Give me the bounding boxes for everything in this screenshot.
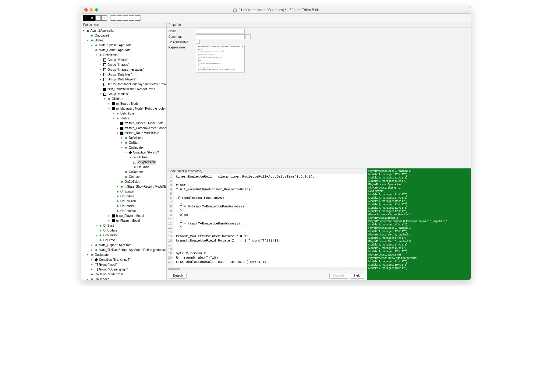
tree-item[interactable]: OnUpdate — [82, 228, 166, 233]
collapse-icon[interactable]: ▾ — [108, 107, 111, 110]
expand-icon[interactable]: ▸ — [108, 102, 111, 105]
expand-icon[interactable]: ▸ — [90, 268, 94, 271]
help-button[interactable]: Help — [350, 273, 364, 279]
detach-button[interactable]: Detach — [169, 273, 187, 279]
tree-item[interactable]: OnLeave — [82, 175, 166, 179]
expand-icon[interactable]: ▸ — [90, 263, 94, 266]
tree-item[interactable]: ▾OnTrue — [82, 155, 166, 160]
tree-item[interactable]: OnBeginRenderPass — [82, 272, 166, 277]
expand-icon[interactable]: ▸ — [108, 219, 111, 222]
code-editor[interactable]: 123456789101112131415161718192021 timer_… — [167, 174, 367, 267]
tree-item[interactable]: ▸OnRender — [82, 277, 166, 280]
tree-item[interactable]: OnLeave — [82, 238, 166, 243]
expand-icon[interactable]: ▸ — [86, 278, 89, 280]
expand-icon[interactable]: ▸ — [99, 73, 102, 76]
tree-scroll[interactable]: ▾▦App : ZApplicationOnLoaded▾States▸stat… — [81, 28, 166, 280]
tree-item[interactable]: ZExpression — [82, 160, 166, 165]
collapse-icon[interactable]: ▾ — [120, 146, 123, 149]
tree-item[interactable]: ▾Group "models" — [82, 92, 166, 97]
expand-icon[interactable]: ▸ — [108, 214, 111, 217]
tree-item[interactable]: OnUpdate — [82, 194, 166, 199]
expand-icon[interactable]: ▸ — [90, 44, 94, 47]
tree-item[interactable]: ▸state_Splash : AppState — [82, 43, 166, 48]
expand-icon[interactable]: ▸ — [90, 244, 94, 247]
expand-icon[interactable]: ▸ — [120, 141, 123, 144]
prop-comment-input[interactable] — [196, 34, 245, 39]
tree-item[interactable]: ▸Definitions — [82, 136, 166, 140]
collapse-icon[interactable]: ▾ — [99, 93, 102, 96]
expand-icon[interactable]: ▸ — [95, 234, 98, 237]
tree-item[interactable]: ▸OnStart — [82, 140, 166, 145]
expand-icon[interactable]: ▸ — [112, 112, 115, 115]
toolbar-item-2[interactable] — [117, 15, 122, 21]
collapse-icon[interactable]: ▾ — [129, 156, 132, 159]
toolbar-up-icon[interactable]: ↑ — [95, 15, 101, 21]
tree-item[interactable]: OnLoaded — [82, 33, 166, 38]
tree-item[interactable]: ▸Group "Values" — [82, 58, 166, 62]
code-text[interactable]: timer_RouletteRoll = clamp(timer_Roulett… — [174, 174, 316, 267]
tree-item[interactable]: ▾Condition "Rolling?" — [82, 150, 166, 155]
tree-item[interactable]: rTxt_RouletteResult : RenderText 3 — [82, 87, 166, 92]
tree-item[interactable]: ▸mState_ShowResult : ModelState — [82, 184, 166, 189]
tree-item[interactable]: ▸state_TileDataSetup : AppState "Define … — [82, 248, 166, 253]
tree-item[interactable]: ▾state_Game : AppState — [82, 48, 166, 53]
tree-item[interactable]: setCol_MessageUnderlay : RenderSetColor — [82, 82, 166, 87]
tree-item[interactable]: ▸Group "Data tiles" — [82, 72, 166, 77]
prop-name-input[interactable] — [196, 29, 245, 34]
tree-item[interactable]: ▸Group "Data Players" — [82, 77, 166, 82]
tree-item[interactable]: ▾OnUpdate — [82, 145, 166, 150]
tree-item[interactable]: ▾mState_Roll : ModelState — [82, 131, 166, 136]
toolbar-add-icon[interactable]: ＋ — [83, 15, 89, 21]
tree-item[interactable]: ▸Definitions — [82, 111, 166, 116]
toolbar-item-5[interactable] — [135, 15, 140, 21]
tree-item[interactable]: ▾▦App : ZApplication — [82, 28, 166, 33]
expand-icon[interactable]: ▸ — [99, 58, 102, 62]
tree-item[interactable]: ▸m_Player : Model — [82, 218, 166, 223]
expand-icon[interactable]: ▸ — [95, 224, 98, 227]
tree-item[interactable]: ▸OnStart — [82, 223, 166, 228]
tree-item[interactable]: ▸OnRender — [82, 233, 166, 238]
collapse-icon[interactable]: ▾ — [125, 151, 128, 154]
tree-item[interactable]: ▾Children — [82, 97, 166, 101]
collapse-icon[interactable]: ▾ — [103, 97, 106, 101]
collapse-icon[interactable]: ▾ — [86, 253, 89, 256]
expand-icon[interactable]: ▸ — [120, 136, 123, 139]
collapse-icon[interactable]: ▾ — [90, 49, 94, 52]
toolbar-item-4[interactable] — [129, 15, 134, 21]
tree-item[interactable]: ▸Group "Images messages" — [82, 67, 166, 72]
expand-icon[interactable]: ▸ — [116, 127, 119, 130]
expand-icon[interactable]: ▸ — [90, 249, 94, 252]
tree-item[interactable]: ▸Condition "Branching?" — [82, 257, 166, 262]
tree-item[interactable]: ▸Group "Opening light" — [82, 267, 166, 272]
tree-item[interactable]: OnSpawn — [82, 189, 166, 194]
prop-designdisable-checkbox[interactable] — [196, 40, 200, 44]
toolbar-remove-icon[interactable]: ✕ — [89, 15, 95, 21]
collapse-icon[interactable]: ▾ — [86, 39, 89, 42]
collapse-icon[interactable]: ▾ — [82, 29, 85, 32]
expand-icon[interactable]: ▸ — [99, 68, 102, 71]
tree-item[interactable]: ▾OnUpdate — [82, 253, 166, 257]
project-tree[interactable]: ▾▦App : ZApplicationOnLoaded▾States▸stat… — [81, 28, 166, 280]
tree-item[interactable]: ▾States — [82, 38, 166, 43]
prop-comment-more-button[interactable]: ... — [245, 34, 251, 39]
tree-item[interactable]: ▸base_Player : Model — [82, 214, 166, 218]
tree-item[interactable]: ▸mState_CameraCenter : ModelState "Move — [82, 126, 166, 131]
expand-icon[interactable]: ▸ — [99, 63, 102, 66]
prop-expression-preview[interactable]: timer_RouletteRoll = clamp(timer_Roulett… — [196, 45, 245, 72]
tree-item[interactable]: OnFalse — [82, 165, 166, 170]
collapse-icon[interactable]: ▾ — [95, 54, 98, 57]
tree-item[interactable]: OnRender — [82, 170, 166, 175]
editor-scrollbar[interactable] — [167, 267, 367, 271]
collapse-icon[interactable]: ▾ — [116, 132, 119, 135]
expand-icon[interactable]: ▸ — [99, 78, 102, 81]
collapse-icon[interactable]: ▾ — [112, 117, 115, 120]
tree-item[interactable]: OnCollision — [82, 179, 166, 184]
tree-item[interactable]: ▸m_Board : Model — [82, 101, 166, 106]
console-output[interactable]: PlayerProcess: Step: 0, reached: 5.Model… — [367, 168, 471, 280]
toolbar-item-1[interactable] — [111, 15, 116, 21]
toolbar-item-3[interactable] — [123, 15, 128, 21]
tree-item[interactable]: ▾Definitions — [82, 53, 166, 58]
tree-item[interactable]: mState_Hidden : ModelState — [82, 121, 166, 126]
tree-item[interactable]: OnRender — [82, 204, 166, 209]
toolbar-down-icon[interactable]: ↓ — [101, 15, 107, 21]
